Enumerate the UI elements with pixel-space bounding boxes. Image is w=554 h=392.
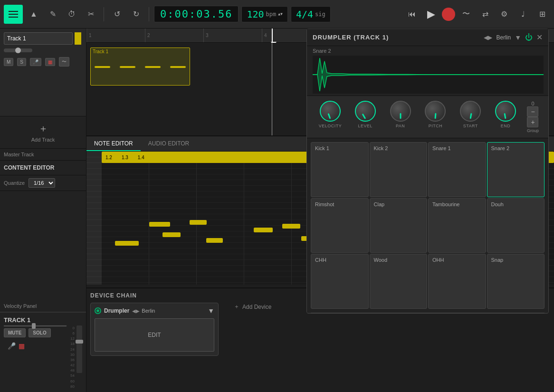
- waveform-svg: [313, 56, 544, 94]
- device-power-button[interactable]: [95, 307, 101, 314]
- ruler-mark-1: 1: [86, 29, 145, 42]
- separator-2: [149, 7, 149, 21]
- drumpler-separator: [311, 313, 544, 313]
- drumpler-preset: Berlin: [496, 34, 511, 41]
- tab-note-editor[interactable]: NOTE EDITOR: [86, 136, 141, 151]
- cursor-line: [272, 43, 272, 135]
- ruler-mark-3: 3: [203, 29, 262, 42]
- mic-ctrl-button[interactable]: 🎤: [30, 58, 41, 66]
- track-clip[interactable]: Track 1: [90, 48, 190, 86]
- add-track-area: ＋ Add Track: [0, 116, 86, 149]
- redo-button[interactable]: ↻: [128, 6, 144, 22]
- left-panel: M S 🎤 ▦ 〜 ＋ Add Track Master Track CONTE…: [0, 29, 86, 392]
- drumpler-power-button[interactable]: ⏻: [525, 33, 533, 42]
- mute-button[interactable]: MUTE: [4, 328, 26, 337]
- pitch-knob[interactable]: [425, 101, 446, 122]
- knob-velocity: VELOCITY: [313, 101, 348, 128]
- note-block-3: [206, 238, 223, 243]
- knob-level: LEVEL: [348, 101, 383, 128]
- separator-1: [104, 7, 104, 21]
- velocity-knob[interactable]: [320, 101, 341, 122]
- drum-pad-snare1[interactable]: Snare 1: [428, 142, 486, 197]
- skip-back-button[interactable]: ⏮: [404, 6, 420, 22]
- drum-pad-tambourine[interactable]: Tambourine: [428, 198, 486, 253]
- playhead-line: [272, 29, 273, 42]
- drum-pad-kick1[interactable]: Kick 1: [311, 142, 369, 197]
- drumpler-preset-dropdown[interactable]: ▼: [515, 34, 521, 41]
- piano-keys: C4 C3: [86, 152, 102, 285]
- record-button[interactable]: [442, 8, 455, 21]
- tab-audio-editor[interactable]: AUDIO EDITOR: [141, 136, 197, 151]
- drum-pad-chh[interactable]: CHH: [311, 254, 369, 309]
- solo-button[interactable]: SOLO: [29, 328, 50, 337]
- waveform-area: Snare 2: [307, 46, 548, 96]
- plugin-button[interactable]: ⚙: [496, 6, 512, 22]
- automation-ctrl-button[interactable]: 〜: [59, 57, 69, 67]
- play-button[interactable]: ▶: [423, 6, 439, 22]
- quantize-select[interactable]: 1/16 1/8 1/4: [29, 178, 55, 188]
- bottom-icons: 🎤 ▦: [4, 340, 67, 352]
- pattern-ctrl-button[interactable]: ▦: [45, 58, 55, 66]
- midi-button[interactable]: ♩: [515, 6, 531, 22]
- drum-pad-clap[interactable]: Clap: [370, 198, 428, 253]
- undo-button[interactable]: ↺: [109, 6, 125, 22]
- track-name-input[interactable]: [4, 32, 73, 45]
- drumpler-nav[interactable]: ◀▶: [484, 34, 492, 41]
- drum-pad-snap[interactable]: Snap: [487, 254, 545, 309]
- drum-pad-kick2[interactable]: Kick 2: [370, 142, 428, 197]
- scissors-tool-button[interactable]: ✂: [83, 6, 99, 22]
- velocity-panel-section: Velocity Panel: [0, 191, 86, 312]
- drum-pad-snare2[interactable]: Snare 2: [487, 142, 545, 197]
- drumpler-close-button[interactable]: ✕: [536, 33, 543, 42]
- toolbar: ▲ ✎ ⏱ ✂ ↺ ↻ 0:00:03.56 120 bpm ▲▼ 4/4 si…: [0, 0, 554, 29]
- track1-fader[interactable]: [4, 325, 67, 326]
- device-edit-button[interactable]: EDIT: [95, 318, 214, 352]
- pencil-tool-button[interactable]: ✎: [45, 6, 61, 22]
- cursor-tool-button[interactable]: ▲: [26, 6, 42, 22]
- group-plus-button[interactable]: +: [527, 117, 538, 127]
- group-minus-button[interactable]: −: [527, 106, 538, 117]
- quantize-row: Quantize 1/16 1/8 1/4: [0, 175, 86, 191]
- drum-pads-grid: Kick 1 Kick 2 Snare 1 Snare 2 Rimshot Cl…: [307, 138, 548, 313]
- mic-icon: 🎤: [8, 342, 16, 350]
- start-knob[interactable]: [460, 101, 481, 122]
- loop-button[interactable]: ⇄: [477, 6, 493, 22]
- bpm-arrows[interactable]: ▲▼: [278, 12, 283, 16]
- drum-pad-wood[interactable]: Wood: [370, 254, 428, 309]
- device-dropdown-button[interactable]: ▼: [208, 307, 214, 315]
- level-knob[interactable]: [355, 101, 376, 122]
- add-track-button[interactable]: ＋ Add Track: [31, 122, 55, 143]
- end-knob[interactable]: [495, 101, 516, 122]
- export-button[interactable]: ⊞: [534, 6, 550, 22]
- solo-ctrl-button[interactable]: S: [17, 58, 26, 66]
- vertical-fader[interactable]: [76, 325, 82, 373]
- clock-tool-button[interactable]: ⏱: [64, 6, 80, 22]
- menu-button[interactable]: [4, 5, 23, 24]
- track1-section: TRACK 1 MUTE SOLO 🎤 ▦: [0, 312, 86, 392]
- knobs-row: VELOCITY LEVEL PAN PITCH START: [307, 96, 548, 138]
- drum-pad-douh[interactable]: Douh: [487, 198, 545, 253]
- note-block-7: [190, 220, 207, 225]
- mute-ctrl-button[interactable]: M: [4, 58, 13, 66]
- track-color-strip: [75, 32, 81, 45]
- drumpler-panel: DRUMPLER (TRACK 1) ◀▶ Berlin ▼ ⏻ ✕ Snare…: [306, 29, 549, 314]
- content-editor-header: CONTENT EDITOR: [0, 161, 86, 175]
- track-controls: M S 🎤 ▦ 〜: [4, 57, 82, 67]
- note-block-8: [282, 224, 300, 229]
- pan-knob[interactable]: [390, 101, 411, 122]
- master-track-row: Master Track: [0, 149, 86, 161]
- note-block-6: [149, 222, 170, 227]
- device-box-header: Drumpler ◀▶ Berlin ▼: [95, 307, 214, 315]
- drum-pad-rimshot[interactable]: Rimshot: [311, 198, 369, 253]
- automation-button[interactable]: 〜: [458, 6, 474, 22]
- db-scale: 0612182430364248546080: [70, 325, 75, 389]
- toolbar-right: ⏮ ▶ 〜 ⇄ ⚙ ♩ ⊞: [404, 6, 550, 22]
- waveform-label: Snare 2: [313, 48, 543, 54]
- add-device-button[interactable]: ＋ Add Device: [234, 303, 271, 311]
- device-preset-arrows[interactable]: ◀▶: [132, 308, 140, 314]
- time-display: 0:00:03.56: [154, 6, 239, 22]
- drum-pad-ohh[interactable]: OHH: [428, 254, 486, 309]
- knob-end: END: [488, 101, 523, 128]
- track-volume-slider[interactable]: [4, 48, 32, 52]
- device-box: Drumpler ◀▶ Berlin ▼ EDIT: [90, 303, 219, 356]
